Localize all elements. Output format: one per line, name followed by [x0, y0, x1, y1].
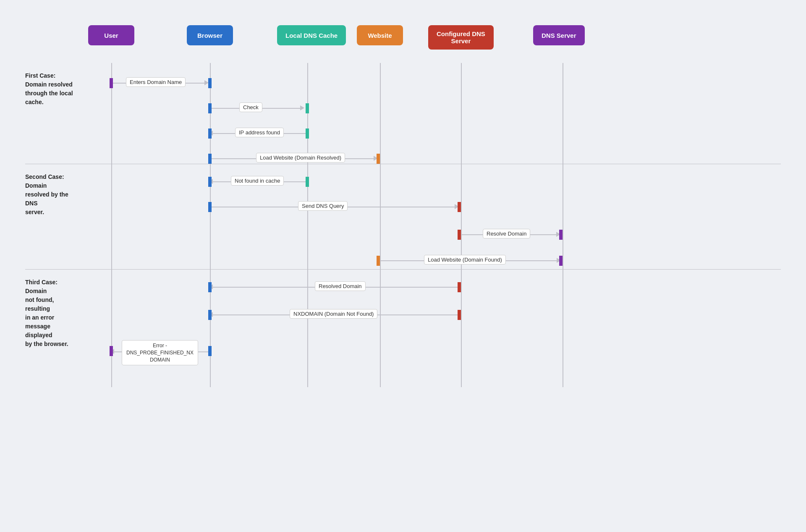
activation-cfgdns-1	[458, 202, 461, 212]
msg-label-enters-domain: Enters Domain Name	[126, 77, 186, 87]
msg-not-found-cache: Not found in cache	[80, 173, 781, 190]
msg-check: Check	[80, 100, 781, 117]
activation-user-1	[110, 78, 113, 88]
diagram-container: User Browser Local DNS Cache Website Con…	[0, 0, 806, 532]
case2-label: Second Case: Domainresolved by the DNSse…	[25, 164, 80, 269]
actor-user-box: User	[88, 25, 134, 45]
actor-configured-dns-box: Configured DNSServer	[428, 25, 494, 50]
actor-dns-server: DNS Server	[533, 25, 585, 45]
arrowhead-2	[300, 105, 304, 110]
activation-cfgdns-3	[458, 282, 461, 292]
activation-website-2	[377, 256, 380, 266]
msg-label-nxdomain: NXDOMAIN (Domain Not Found)	[290, 309, 377, 319]
case3-label: Third Case: Domainnot found, resultingin…	[25, 270, 80, 387]
actor-website: Website	[357, 25, 403, 45]
activation-cfgdns-4	[458, 310, 461, 320]
case1-label: First Case: Domain resolved through the …	[25, 63, 80, 164]
activation-browser-7	[208, 282, 212, 292]
activation-browser-9	[208, 346, 212, 356]
msg-resolved-domain: Resolved Domain	[80, 279, 781, 296]
msg-label-not-found: Not found in cache	[231, 176, 284, 186]
activation-browser-6	[208, 202, 212, 212]
activation-cache-3	[306, 177, 309, 187]
msg-label-load-2: Load Website (Domain Found)	[424, 255, 506, 265]
msg-resolve-domain: Resolve Domain	[80, 226, 781, 243]
activation-cache-2	[306, 128, 309, 139]
msg-enters-domain: Enters Domain Name	[80, 75, 781, 92]
msg-label-check: Check	[239, 102, 262, 112]
msg-dns-probe: Error -DNS_PROBE_FINISHED_NXDOMAIN	[80, 337, 781, 366]
msg-load-website-2: Load Website (Domain Found)	[80, 252, 781, 269]
msg-label-resolve: Resolve Domain	[483, 229, 530, 238]
activation-browser-3	[208, 128, 212, 139]
activation-dnssvr-1	[559, 230, 563, 240]
actor-configured-dns: Configured DNSServer	[428, 25, 494, 50]
msg-label-ip-found: IP address found	[235, 128, 284, 137]
msg-send-dns: Send DNS Query	[80, 199, 781, 215]
activation-website-1	[377, 154, 380, 164]
actor-website-box: Website	[357, 25, 403, 45]
activation-browser-8	[208, 310, 212, 320]
actor-dns-server-box: DNS Server	[533, 25, 585, 45]
actor-browser: Browser	[187, 25, 233, 45]
activation-browser-5	[208, 177, 212, 187]
msg-label-load-1: Load Website (Domain Resolved)	[256, 153, 345, 162]
msg-label-dns-probe: Error -DNS_PROBE_FINISHED_NXDOMAIN	[122, 340, 198, 365]
activation-cache-1	[306, 103, 309, 113]
activation-browser-1	[208, 78, 212, 88]
activation-browser-2	[208, 103, 212, 113]
activation-dnssvr-2	[559, 256, 563, 266]
actor-dns-cache: Local DNS Cache	[277, 25, 346, 45]
actor-user: User	[88, 25, 134, 45]
msg-label-resolved: Resolved Domain	[315, 281, 366, 291]
activation-user-2	[110, 346, 113, 356]
msg-nxdomain: NXDOMAIN (Domain Not Found)	[80, 307, 781, 323]
activation-browser-4	[208, 154, 212, 164]
msg-label-send-dns: Send DNS Query	[298, 201, 348, 211]
actor-dns-cache-box: Local DNS Cache	[277, 25, 346, 45]
actor-browser-box: Browser	[187, 25, 233, 45]
activation-cfgdns-2	[458, 230, 461, 240]
msg-ip-found: IP address found	[80, 125, 781, 142]
